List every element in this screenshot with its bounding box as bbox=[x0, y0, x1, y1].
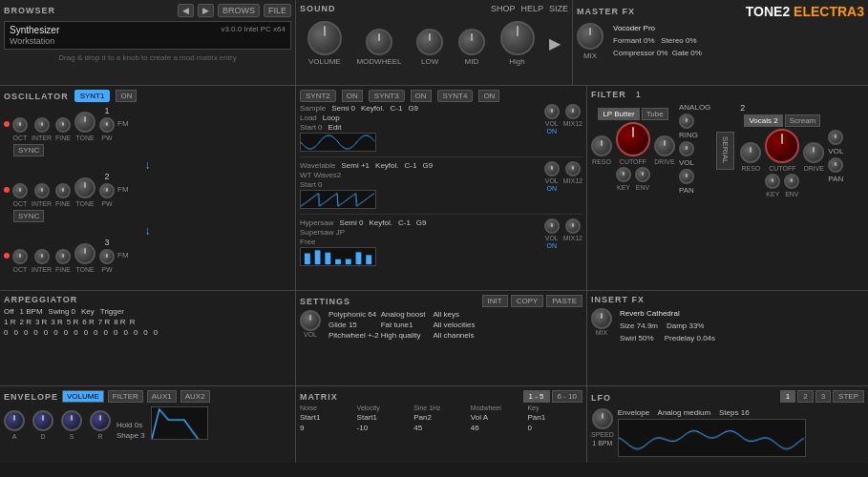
insert-mix-knob[interactable] bbox=[591, 308, 612, 329]
lfo-tab-step[interactable]: STEP bbox=[833, 390, 864, 403]
panel2-vol-knob[interactable] bbox=[544, 161, 560, 176]
filter1-ring-knob[interactable] bbox=[679, 141, 694, 156]
size-link[interactable]: SIZE bbox=[549, 4, 568, 13]
filter1-env-knob[interactable] bbox=[635, 167, 650, 182]
env-tab-filter[interactable]: FILTER bbox=[108, 390, 143, 403]
env-a-knob[interactable] bbox=[4, 410, 25, 431]
env-title: ENVELOPE bbox=[4, 392, 58, 402]
synth-sub: Workstation bbox=[10, 36, 54, 46]
filter2-drive-knob[interactable] bbox=[803, 142, 824, 163]
browser-back-btn[interactable]: ◀ bbox=[178, 4, 194, 17]
filter-type-scream-btn[interactable]: Scream bbox=[785, 114, 821, 127]
filter2-cutoff-knob[interactable] bbox=[765, 129, 799, 163]
osc2-pw-knob[interactable] bbox=[99, 183, 115, 198]
osc1-tone-knob[interactable] bbox=[74, 112, 95, 133]
browser-forward-btn[interactable]: ▶ bbox=[198, 4, 214, 17]
copy-btn[interactable]: COPY bbox=[511, 295, 544, 307]
lfo-tab-2[interactable]: 2 bbox=[797, 390, 813, 403]
osc3-pw-knob[interactable] bbox=[99, 249, 115, 264]
osc1-fine-knob[interactable] bbox=[55, 117, 71, 133]
osc2-oct-knob[interactable] bbox=[12, 183, 28, 198]
lfo-bpm-label: 1 BPM bbox=[592, 440, 612, 446]
high-knob-group: High bbox=[500, 21, 535, 66]
filter2-vol-knob[interactable] bbox=[828, 130, 843, 145]
help-link[interactable]: HELP bbox=[520, 4, 543, 13]
lfo-tab-1[interactable]: 1 bbox=[780, 390, 795, 403]
filter2-reso-knob[interactable] bbox=[740, 142, 761, 163]
synt3-tab[interactable]: SYNT3 bbox=[369, 90, 405, 102]
env-d-knob[interactable] bbox=[32, 410, 53, 431]
matrix-tab-1-5[interactable]: 1 - 5 bbox=[523, 390, 550, 403]
synt1-tab[interactable]: SYNT1 bbox=[74, 90, 111, 102]
panel2-mix-knob[interactable] bbox=[565, 161, 581, 176]
filter-type-tube-btn[interactable]: Tube bbox=[642, 108, 668, 120]
volume-knob[interactable] bbox=[307, 21, 342, 55]
filter1-drive-knob[interactable] bbox=[654, 135, 675, 156]
osc3-tone-knob[interactable] bbox=[74, 243, 95, 264]
filter1-key-knob[interactable] bbox=[616, 167, 631, 182]
settings-vol-knob[interactable] bbox=[300, 310, 321, 331]
matrix-section: MATRIX 1 - 5 6 - 10 Noise Velocity Sine … bbox=[296, 386, 587, 463]
browser-file-btn[interactable]: FILE bbox=[264, 4, 291, 17]
filter2-pan-knob[interactable] bbox=[828, 157, 843, 173]
osc1-oct-knob[interactable] bbox=[12, 117, 28, 133]
panel1-mix-knob[interactable] bbox=[565, 104, 581, 119]
filter1-analog-knob[interactable] bbox=[679, 114, 694, 129]
browser-version: v3.0.0 Intel PC x64 bbox=[221, 25, 286, 33]
osc-on-btn[interactable]: ON bbox=[116, 90, 137, 102]
lfo-tab-3[interactable]: 3 bbox=[815, 390, 831, 403]
high-knob[interactable] bbox=[500, 21, 535, 55]
filter1-vol-knob[interactable] bbox=[679, 169, 694, 184]
browser-brows-btn[interactable]: BROWS bbox=[218, 4, 260, 17]
filter2-key-knob[interactable] bbox=[765, 174, 780, 189]
osc2-fine-knob[interactable] bbox=[55, 183, 71, 198]
vocoder-pro-label: Vocoder Pro bbox=[613, 23, 702, 35]
osc1-pw-knob[interactable] bbox=[99, 117, 115, 133]
filter2-env-knob[interactable] bbox=[784, 174, 799, 189]
browser-display: Synthesizer v3.0.0 Intel PC x64 Workstat… bbox=[4, 21, 291, 50]
paste-btn[interactable]: PASTE bbox=[546, 295, 582, 307]
synt2-tab[interactable]: SYNT2 bbox=[300, 90, 336, 102]
master-mix-label: MIX bbox=[583, 52, 597, 60]
settings-quality: High quality bbox=[381, 331, 432, 340]
filter-type-lp-btn[interactable]: LP Butter bbox=[598, 108, 639, 120]
env-r-knob[interactable] bbox=[90, 410, 111, 431]
modwheel-knob[interactable] bbox=[366, 29, 392, 55]
mid-knob[interactable] bbox=[458, 29, 485, 55]
low-knob[interactable] bbox=[416, 29, 443, 55]
osc2-sync-btn[interactable]: SYNC bbox=[13, 210, 44, 222]
env-s-knob[interactable] bbox=[61, 410, 82, 431]
osc3-oct-knob[interactable] bbox=[12, 249, 28, 264]
init-btn[interactable]: INIT bbox=[482, 295, 508, 307]
matrix-col-velocity: Velocity bbox=[357, 404, 413, 411]
osc3-inter-knob[interactable] bbox=[34, 249, 50, 264]
filter1-cutoff-knob[interactable] bbox=[616, 122, 650, 156]
matrix-row1-0: Start1 bbox=[300, 413, 355, 422]
synt3-on-btn[interactable]: ON bbox=[411, 90, 432, 102]
panel3-mix-knob[interactable] bbox=[565, 218, 581, 234]
filter-num2: 2 bbox=[740, 103, 745, 113]
shop-link[interactable]: SHOP bbox=[491, 4, 516, 13]
filter-type-vocals-btn[interactable]: Vocals 2 bbox=[744, 114, 782, 127]
osc2-inter-knob[interactable] bbox=[34, 183, 50, 198]
env-tab-volume[interactable]: VOLUME bbox=[62, 390, 104, 403]
env-tab-aux2[interactable]: AUX2 bbox=[180, 390, 210, 403]
synt4-tab[interactable]: SYNT4 bbox=[437, 90, 474, 102]
master-mix-knob[interactable] bbox=[577, 23, 603, 50]
filter2-cutoff-label: CUTOFF bbox=[769, 165, 795, 172]
osc1-sync-btn[interactable]: SYNC bbox=[13, 144, 44, 156]
osc2-tone-knob[interactable] bbox=[74, 177, 95, 198]
env-tab-aux1[interactable]: AUX1 bbox=[147, 390, 177, 403]
synt2-on-btn[interactable]: ON bbox=[342, 90, 363, 102]
filter1-reso-knob[interactable] bbox=[591, 135, 612, 156]
settings-analog: Analog boost bbox=[381, 310, 432, 319]
serial-btn[interactable]: SERIAL bbox=[716, 132, 734, 170]
osc3-fine-knob[interactable] bbox=[55, 249, 71, 264]
pan1-label: PAN bbox=[679, 186, 710, 195]
panel3-vol-knob[interactable] bbox=[544, 218, 560, 234]
panel1-vol-knob[interactable] bbox=[544, 104, 560, 119]
matrix-tab-6-10[interactable]: 6 - 10 bbox=[552, 390, 582, 403]
lfo-speed-knob[interactable] bbox=[592, 408, 613, 429]
synt4-on-btn[interactable]: ON bbox=[478, 90, 499, 102]
osc1-inter-knob[interactable] bbox=[34, 117, 50, 133]
